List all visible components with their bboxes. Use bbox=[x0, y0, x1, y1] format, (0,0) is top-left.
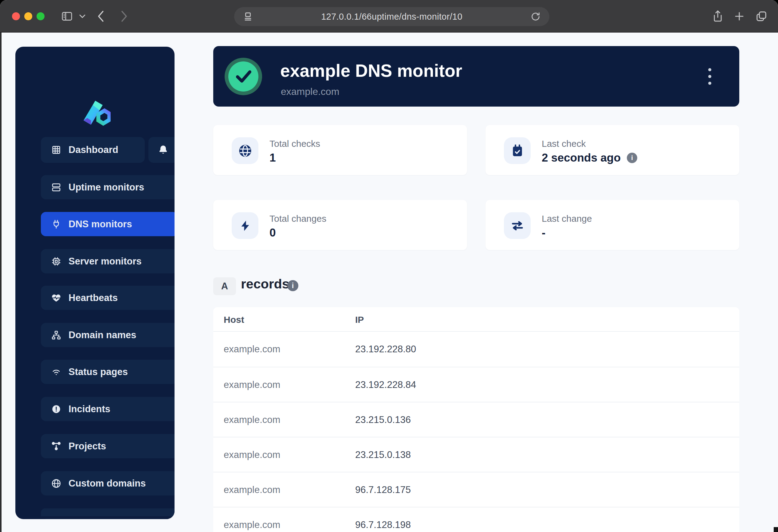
records-table: Host IP example.com 23.192.228.80 exampl… bbox=[213, 307, 739, 532]
bolt-icon bbox=[232, 212, 258, 239]
sidebar-item-domain-names[interactable]: Domain names bbox=[41, 323, 174, 347]
sidebar-item-label: Uptime monitors bbox=[69, 182, 144, 193]
sidebar-item-partial[interactable] bbox=[41, 508, 174, 516]
sidebar: Dashboard Uptime monitors DNS monitors bbox=[15, 47, 174, 519]
sidebar-item-dns-monitors[interactable]: DNS monitors bbox=[41, 212, 174, 236]
grid-icon bbox=[51, 145, 61, 155]
stat-value: 1 bbox=[269, 152, 276, 164]
stat-label: Total changes bbox=[269, 213, 326, 224]
sidebar-item-label: Heartbeats bbox=[69, 292, 118, 303]
ip-cell: 23.215.0.136 bbox=[355, 414, 411, 425]
ip-cell: 23.215.0.138 bbox=[355, 449, 411, 460]
stat-label: Last check bbox=[542, 139, 586, 149]
share-icon[interactable] bbox=[707, 0, 729, 32]
wifi-icon bbox=[51, 367, 61, 377]
monitor-header-card: example DNS monitor example.com bbox=[213, 46, 739, 107]
monitor-title: example DNS monitor bbox=[280, 61, 462, 81]
sidebar-item-dashboard[interactable]: Dashboard bbox=[41, 137, 145, 163]
app-logo-icon bbox=[79, 99, 110, 128]
browser-window: 127.0.0.1/66uptime/dns-monitor/10 bbox=[0, 0, 778, 532]
check-circle-icon bbox=[225, 58, 262, 95]
host-cell: example.com bbox=[224, 449, 280, 460]
sidebar-item-label: Custom domains bbox=[69, 478, 146, 489]
column-header-host: Host bbox=[224, 315, 244, 325]
table-row: example.com 23.192.228.80 bbox=[213, 332, 739, 367]
reader-icon[interactable] bbox=[234, 7, 262, 26]
sidebar-item-server-monitors[interactable]: Server monitors bbox=[41, 249, 174, 273]
share-nodes-icon bbox=[51, 441, 61, 451]
stat-value: 0 bbox=[269, 227, 276, 239]
minimize-window-button[interactable] bbox=[24, 12, 32, 20]
host-cell: example.com bbox=[224, 519, 280, 530]
table-row: example.com 23.215.0.136 bbox=[213, 403, 739, 437]
calendar-check-icon bbox=[504, 137, 531, 164]
address-bar[interactable]: 127.0.0.1/66uptime/dns-monitor/10 bbox=[234, 7, 549, 26]
sidebar-item-label: Dashboard bbox=[69, 144, 118, 156]
stat-card-last-check: Last check 2 seconds ago i bbox=[485, 125, 739, 175]
server-stack-icon bbox=[51, 182, 61, 192]
monitor-subtitle: example.com bbox=[281, 86, 339, 97]
window-corner-artifact bbox=[774, 527, 778, 532]
back-icon[interactable] bbox=[92, 0, 109, 32]
chevron-down-icon[interactable] bbox=[76, 0, 88, 32]
sidebar-item-uptime-monitors[interactable]: Uptime monitors bbox=[41, 175, 174, 199]
sidebar-item-heartbeats[interactable]: Heartbeats bbox=[41, 286, 174, 310]
host-cell: example.com bbox=[224, 484, 280, 496]
plug-icon bbox=[51, 219, 61, 229]
close-window-button[interactable] bbox=[12, 12, 20, 20]
record-type-badge: A bbox=[213, 277, 236, 295]
new-tab-icon[interactable] bbox=[729, 0, 749, 32]
window-edge bbox=[0, 32, 2, 532]
sidebar-toggle-icon[interactable] bbox=[59, 0, 75, 32]
ip-cell: 23.192.228.80 bbox=[355, 344, 416, 355]
sidebar-item-label: Status pages bbox=[69, 366, 128, 377]
records-section-title: records bbox=[241, 276, 290, 291]
forward-icon[interactable] bbox=[115, 0, 133, 32]
info-icon[interactable]: i bbox=[287, 280, 298, 291]
stat-value-text: 2 seconds ago bbox=[542, 152, 621, 164]
globe-icon bbox=[232, 137, 258, 164]
host-cell: example.com bbox=[224, 344, 280, 355]
sitemap-icon bbox=[51, 330, 61, 340]
sidebar-item-label: Projects bbox=[69, 441, 106, 452]
ip-cell: 96.7.128.198 bbox=[355, 519, 411, 530]
host-cell: example.com bbox=[224, 414, 280, 425]
ip-cell: 23.192.228.84 bbox=[355, 379, 416, 390]
globe-icon bbox=[51, 478, 61, 489]
sidebar-item-projects[interactable]: Projects bbox=[41, 434, 174, 458]
table-row: example.com 23.192.228.84 bbox=[213, 367, 739, 403]
host-cell: example.com bbox=[224, 379, 280, 390]
notifications-button[interactable] bbox=[148, 137, 174, 163]
browser-toolbar: 127.0.0.1/66uptime/dns-monitor/10 bbox=[0, 0, 778, 32]
stat-value: 2 seconds ago i bbox=[542, 152, 637, 164]
stat-card-total-changes: Total changes 0 bbox=[213, 200, 467, 250]
sidebar-item-incidents[interactable]: Incidents bbox=[41, 397, 174, 421]
sidebar-item-custom-domains[interactable]: Custom domains bbox=[41, 471, 174, 496]
stat-label: Total checks bbox=[269, 139, 320, 149]
fullscreen-window-button[interactable] bbox=[36, 12, 45, 20]
ip-cell: 96.7.128.175 bbox=[355, 484, 411, 496]
sidebar-item-status-pages[interactable]: Status pages bbox=[41, 360, 174, 384]
table-row: example.com 96.7.128.175 bbox=[213, 472, 739, 508]
sidebar-item-label: DNS monitors bbox=[69, 219, 132, 230]
tab-overview-icon[interactable] bbox=[750, 0, 772, 32]
table-row: example.com 96.7.128.198 bbox=[213, 508, 739, 532]
info-icon[interactable]: i bbox=[627, 153, 637, 163]
sidebar-item-label: Incidents bbox=[69, 404, 110, 415]
kebab-menu-icon[interactable] bbox=[704, 66, 716, 87]
heart-pulse-icon bbox=[51, 293, 61, 303]
column-header-ip: IP bbox=[355, 315, 364, 325]
sidebar-item-label: Domain names bbox=[69, 330, 137, 341]
reload-icon[interactable] bbox=[522, 7, 549, 26]
table-row: example.com 23.215.0.138 bbox=[213, 437, 739, 472]
stat-card-last-change: Last change - bbox=[485, 200, 739, 250]
swap-arrows-icon bbox=[504, 212, 531, 239]
stat-label: Last change bbox=[542, 213, 592, 224]
sidebar-item-label: Server monitors bbox=[69, 256, 142, 267]
alert-circle-icon bbox=[51, 404, 61, 414]
bell-icon bbox=[158, 144, 169, 156]
stat-card-total-checks: Total checks 1 bbox=[213, 125, 467, 175]
cpu-icon bbox=[51, 257, 61, 266]
url-text[interactable]: 127.0.0.1/66uptime/dns-monitor/10 bbox=[262, 12, 522, 22]
stat-value: - bbox=[542, 227, 545, 239]
